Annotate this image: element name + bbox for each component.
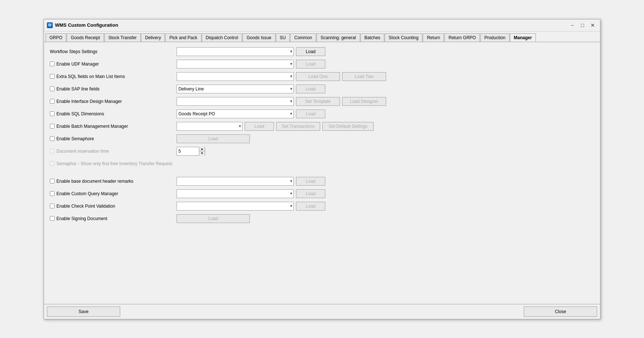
content-area: Workflow Steps Settings ▼ Load Enable UD…: [44, 42, 600, 304]
extra-sql-dropdown[interactable]: [177, 72, 294, 81]
interface-design-row: Enable Interface Design Manager ▼ Set Te…: [50, 96, 594, 107]
extra-sql-row: Extra SQL fields on Main List Items ▼ Lo…: [50, 71, 594, 82]
sap-line-fields-row: Enable SAP line fields Delivery Line ▼ L…: [50, 84, 594, 94]
udf-manager-dropdown-wrapper: ▼: [177, 60, 294, 68]
sap-line-fields-dropdown[interactable]: Delivery Line: [177, 85, 294, 93]
workflow-steps-label: Workflow Steps Settings: [50, 49, 174, 54]
udf-manager-checkbox[interactable]: [50, 62, 55, 66]
semaphore-label: Enable Semaphore: [50, 136, 174, 141]
tab-production[interactable]: Production: [480, 33, 509, 42]
base-doc-header-dropdown[interactable]: [177, 177, 294, 186]
doc-reservation-spin-down[interactable]: ▼: [199, 151, 205, 156]
custom-query-label: Enable Custom Query Manager: [50, 191, 174, 196]
sql-dimensions-load-button[interactable]: Load: [296, 109, 325, 118]
separator: [50, 171, 594, 174]
sql-dimensions-row: Enable SQL Dimensions Goods Receipt PO ▼…: [50, 109, 594, 119]
check-point-dropdown[interactable]: [177, 202, 294, 211]
signing-doc-load-button[interactable]: Load: [177, 214, 250, 223]
tab-goods-issue[interactable]: Goods Issue: [243, 33, 275, 42]
base-doc-header-checkbox[interactable]: [50, 179, 55, 183]
tab-batches[interactable]: Batches: [360, 33, 384, 42]
interface-design-dropdown[interactable]: [177, 97, 294, 106]
doc-reservation-checkbox: [50, 149, 55, 153]
udf-manager-row: Enable UDF Manager ▼ Load: [50, 59, 594, 69]
interface-design-label: Enable Interface Design Manager: [50, 99, 174, 104]
custom-query-dropdown-wrapper: ▼: [177, 189, 294, 198]
check-point-checkbox[interactable]: [50, 204, 55, 208]
batch-management-checkbox[interactable]: [50, 124, 55, 129]
maximize-button[interactable]: □: [578, 22, 587, 29]
workflow-steps-row: Workflow Steps Settings ▼ Load: [50, 47, 594, 57]
doc-reservation-input[interactable]: [177, 147, 199, 155]
tabs-bar: GRPO Goods Receipt Stock Transfer Delive…: [44, 31, 600, 42]
check-point-label: Enable Check Point Validation: [50, 204, 174, 209]
set-template-button[interactable]: Set Template: [296, 97, 340, 106]
custom-query-load-button[interactable]: Load: [296, 189, 325, 198]
tab-stock-counting[interactable]: Stock Counting: [385, 33, 422, 42]
set-transactions-button[interactable]: Set Transactions: [276, 122, 320, 131]
tab-delivery[interactable]: Delivery: [141, 33, 165, 42]
workflow-steps-load-button[interactable]: Load: [296, 47, 325, 56]
doc-reservation-row: Document reservation time ▲ ▼: [50, 146, 594, 156]
workflow-steps-dropdown[interactable]: [177, 47, 294, 56]
batch-management-label: Enable Batch Management Manager: [50, 124, 174, 129]
custom-query-row: Enable Custom Query Manager ▼ Load: [50, 189, 594, 199]
load-designer-button[interactable]: Load Designer: [342, 97, 386, 106]
extra-sql-checkbox[interactable]: [50, 74, 55, 79]
sql-dimensions-label: Enable SQL Dimensions: [50, 111, 174, 116]
semaphor-note-label: Semaphor - Show only first free Inventor…: [50, 161, 174, 166]
doc-reservation-spin-up[interactable]: ▲: [199, 147, 205, 151]
doc-reservation-spinbox: ▲ ▼: [177, 147, 205, 156]
batch-management-dropdown[interactable]: [177, 122, 243, 131]
semaphore-load-button[interactable]: Load: [177, 134, 250, 143]
sql-dimensions-dropdown[interactable]: Goods Receipt PO: [177, 109, 294, 118]
base-doc-header-label: Enable base document header remarks: [50, 179, 174, 184]
tab-common[interactable]: Common: [290, 33, 316, 42]
footer-bar: Save Close: [44, 304, 600, 319]
close-button[interactable]: ✕: [588, 22, 597, 29]
tab-return-grpo[interactable]: Return GRPO: [444, 33, 480, 42]
base-doc-header-row: Enable base document header remarks ▼ Lo…: [50, 176, 594, 186]
save-button[interactable]: Save: [47, 307, 120, 317]
close-button-footer[interactable]: Close: [524, 307, 597, 317]
tab-grpo[interactable]: GRPO: [45, 33, 66, 42]
set-default-settings-button[interactable]: Set Default Settings: [322, 122, 374, 131]
title-bar: W WMS Custom Configuration − □ ✕: [44, 19, 600, 31]
signing-doc-checkbox[interactable]: [50, 216, 55, 221]
check-point-row: Enable Check Point Validation ▼ Load: [50, 201, 594, 211]
tab-return[interactable]: Return: [423, 33, 444, 42]
base-doc-header-load-button[interactable]: Load: [296, 177, 325, 186]
check-point-load-button[interactable]: Load: [296, 202, 325, 211]
doc-reservation-label: Document reservation time: [50, 149, 174, 154]
custom-query-checkbox[interactable]: [50, 191, 55, 196]
tab-pick-and-pack[interactable]: Pick and Pack: [165, 33, 201, 42]
settings-grid: Workflow Steps Settings ▼ Load Enable UD…: [50, 47, 594, 224]
tab-scanning-general[interactable]: Scanning: general: [317, 33, 360, 42]
semaphor-note-row: Semaphor - Show only first free Inventor…: [50, 159, 594, 169]
sql-dimensions-checkbox[interactable]: [50, 111, 55, 116]
app-icon: W: [47, 22, 53, 28]
extra-sql-load-one-button[interactable]: Load One: [296, 72, 340, 81]
sap-line-fields-load-button[interactable]: Load: [296, 85, 325, 93]
custom-query-dropdown[interactable]: [177, 189, 294, 198]
batch-management-load-button[interactable]: Load: [245, 122, 274, 131]
tab-su[interactable]: SU: [276, 33, 290, 42]
main-window: W WMS Custom Configuration − □ ✕ GRPO Go…: [44, 19, 600, 319]
sap-line-fields-checkbox[interactable]: [50, 86, 55, 91]
semaphor-note-checkbox: [50, 161, 55, 166]
signing-doc-label: Enable Signing Document: [50, 216, 174, 221]
minimize-button[interactable]: −: [568, 22, 577, 29]
tab-goods-receipt[interactable]: Goods Receipt: [67, 33, 104, 42]
semaphore-checkbox[interactable]: [50, 136, 55, 141]
sap-line-fields-dropdown-wrapper: Delivery Line ▼: [177, 85, 294, 93]
window-controls: − □ ✕: [568, 22, 597, 29]
interface-design-checkbox[interactable]: [50, 99, 55, 104]
tab-manager[interactable]: Manager: [510, 33, 536, 42]
udf-manager-load-button[interactable]: Load: [296, 60, 325, 68]
tab-stock-transfer[interactable]: Stock Transfer: [104, 33, 141, 42]
doc-reservation-arrows: ▲ ▼: [199, 147, 205, 156]
udf-manager-dropdown[interactable]: [177, 60, 294, 68]
udf-manager-label: Enable UDF Manager: [50, 62, 174, 67]
extra-sql-load-two-button[interactable]: Load Two: [342, 72, 386, 81]
tab-dispatch-control[interactable]: Dispatch Control: [202, 33, 243, 42]
